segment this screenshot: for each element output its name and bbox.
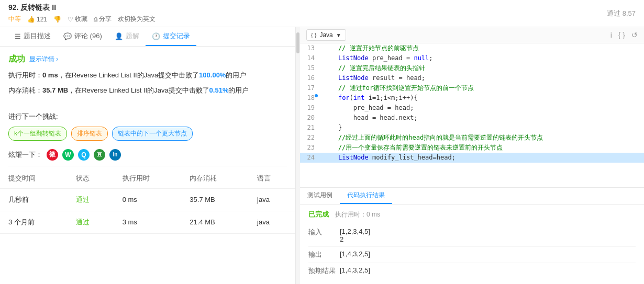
likes-count: 121 <box>37 16 47 23</box>
heart-icon: ♡ <box>68 16 73 23</box>
right-panel: { } Java ▼ i { } ↺ 13 // 逆置开始节点的前驱节点 <box>300 27 644 284</box>
output-value: [1,4,3,2,5] <box>340 250 370 258</box>
submission-table: 提交时间 状态 执行用时 内存消耗 语言 几秒前 通过 0 ms 35.7 MB… <box>0 168 295 234</box>
share-section: 炫耀一下： 微 W Q 豆 in <box>0 146 295 166</box>
bottom-panel: 测试用例 代码执行结果 已完成 执行用时：0 ms 输入 [1,2,3,4,5] <box>300 187 644 284</box>
input-values: [1,2,3,4,5] 2 <box>340 228 370 243</box>
share-item[interactable]: ⎙ 分享 <box>94 15 112 24</box>
challenge-btn-sort[interactable]: 排序链表 <box>71 127 108 141</box>
code-content[interactable]: 13 // 逆置开始节点的前驱节点 14 ListNode pre_head =… <box>300 43 644 187</box>
difficulty-tag: 中等 <box>8 15 21 24</box>
challenge-title: 进行下一个挑战: <box>8 112 287 121</box>
switch-lang-item[interactable]: 欢切换为英文 <box>118 15 156 24</box>
tab-exec-result[interactable]: 代码执行结果 <box>340 188 392 204</box>
code-line-19: 19 pre_head = head; <box>300 103 644 113</box>
row2-exec: 3 ms <box>114 211 182 233</box>
challenge-btn-next-greater[interactable]: 链表中的下一个更大节点 <box>112 127 193 141</box>
challenge-btns: k个一组翻转链表 排序链表 链表中的下一个更大节点 <box>8 127 287 141</box>
exec-time-text: 执行用时：0 ms <box>335 210 380 219</box>
result-section: 成功 显示详情 › 执行用时：0 ms，在Reverse Linked List… <box>0 47 295 108</box>
input-label: 输入 <box>308 228 340 237</box>
result-status: 已完成 执行用时：0 ms <box>308 210 636 219</box>
result-row-expected: 预期结果 [1,4,3,2,5] <box>308 263 636 279</box>
tab-testcase[interactable]: 测试用例 <box>300 188 340 204</box>
pass-rate: 通过 8,57 <box>607 9 636 18</box>
tab-comments[interactable]: 💬 评论 (96) <box>57 27 108 46</box>
solution-icon: 👤 <box>115 32 123 40</box>
qq-icon[interactable]: Q <box>78 149 90 161</box>
scroll-thumb[interactable] <box>296 32 299 53</box>
result-row-output: 输出 [1,4,3,2,5] <box>308 247 636 263</box>
comment-icon: 💬 <box>63 32 72 40</box>
col-mem: 内存消耗 <box>181 168 249 189</box>
challenge-btn-k-group[interactable]: k个一组翻转链表 <box>8 127 67 141</box>
row1-mem: 35.7 MB <box>181 188 249 211</box>
weibo-icon[interactable]: 微 <box>47 149 58 161</box>
language-select[interactable]: { } Java ▼ <box>306 29 346 41</box>
divider <box>8 166 287 166</box>
result-row-input: 输入 [1,2,3,4,5] 2 <box>308 224 636 247</box>
collect-label: 收藏 <box>75 15 87 24</box>
thumbup-icon: 👍 <box>27 16 35 23</box>
code-line-21: 21 } <box>300 123 644 133</box>
left-panel: ☰ 题目描述 💬 评论 (96) 👤 题解 🕐 提交记录 <box>0 27 296 284</box>
exec-result-content: 已完成 执行用时：0 ms 输入 [1,2,3,4,5] 2 输出 <box>300 205 644 284</box>
expected-label: 预期结果 <box>308 266 340 276</box>
linkedin-icon[interactable]: in <box>109 149 121 161</box>
table-row: 3 个月前 通过 3 ms 21.4 MB java <box>0 211 295 233</box>
editor-header: { } Java ▼ i { } ↺ <box>300 27 644 43</box>
chevron-down-icon: ▼ <box>336 32 341 38</box>
code-line-18: 18 for(int i=1;i<m;i++){ <box>300 93 644 103</box>
result-table: 输入 [1,2,3,4,5] 2 输出 [1,4,3,2,5] 预期结果 <box>308 224 636 279</box>
output-label: 输出 <box>308 250 340 259</box>
code-line-14: 14 ListNode pre_head = null; <box>300 53 644 63</box>
row1-lang: java <box>249 188 295 211</box>
table-row: 几秒前 通过 0 ms 35.7 MB java <box>0 188 295 211</box>
lang-label: Java <box>319 31 332 39</box>
share-section-label: 炫耀一下： <box>8 150 42 160</box>
expected-value: [1,4,3,2,5] <box>340 266 370 274</box>
wechat-icon[interactable]: W <box>62 149 74 161</box>
tabs-bar: ☰ 题目描述 💬 评论 (96) 👤 题解 🕐 提交记录 <box>0 27 295 47</box>
tab-submissions[interactable]: 🕐 提交记录 <box>146 27 196 46</box>
row2-mem: 21.4 MB <box>181 211 249 233</box>
description-icon: ☰ <box>15 32 21 40</box>
show-details-btn[interactable]: 显示详情 › <box>29 55 58 64</box>
row1-exec: 0 ms <box>114 188 182 211</box>
row2-time: 3 个月前 <box>0 211 68 233</box>
code-icon: { } <box>311 32 316 38</box>
input-val2: 2 <box>340 235 370 243</box>
clock-icon: 🕐 <box>152 32 160 40</box>
challenge-section: 进行下一个挑战: k个一组翻转链表 排序链表 链表中的下一个更大节点 <box>0 108 295 146</box>
main-layout: ☰ 题目描述 💬 评论 (96) 👤 题解 🕐 提交记录 <box>0 27 644 284</box>
code-line-23: 23 //用一个变量保存当前需要逆置的链表未逆置前的开头节点 <box>300 143 644 153</box>
top-header: 92. 反转链表 II 中等 👍 121 👎 ♡ 收藏 ⎙ 分享 <box>0 0 644 27</box>
share-label: 分享 <box>99 15 112 24</box>
douban-icon[interactable]: 豆 <box>94 149 105 161</box>
switch-lang-label: 欢切换为英文 <box>118 15 156 24</box>
tab-solution[interactable]: 👤 题解 <box>108 27 146 46</box>
col-exec: 执行用时 <box>114 168 182 189</box>
code-line-22: 22 //经过上面的循环此时的head指向的就是当前需要逆置的链表的开头节点 <box>300 133 644 143</box>
tab-description[interactable]: ☰ 题目描述 <box>8 27 57 46</box>
reset-icon[interactable]: ↺ <box>631 31 638 39</box>
likes-item[interactable]: 👍 121 <box>27 16 47 23</box>
bottom-tabs: 测试用例 代码执行结果 <box>300 188 644 205</box>
mem-stat: 内存消耗：35.7 MB，在Reverse Linked List II的Jav… <box>8 85 287 96</box>
thumbdown-icon: 👎 <box>53 16 61 23</box>
col-time: 提交时间 <box>0 168 68 189</box>
code-line-24: 24 ListNode modify_list_head=head; <box>300 153 644 163</box>
code-line-15: 15 // 逆置完后结果链表的头指针 <box>300 63 644 73</box>
format-icon[interactable]: { } <box>618 31 625 39</box>
collect-item[interactable]: ♡ 收藏 <box>68 15 87 24</box>
info-icon[interactable]: i <box>610 31 612 39</box>
col-status: 状态 <box>68 168 114 189</box>
status-done-text: 已完成 <box>308 210 329 219</box>
code-editor: 13 // 逆置开始节点的前驱节点 14 ListNode pre_head =… <box>300 43 644 187</box>
row2-lang: java <box>249 211 295 233</box>
dislike-item[interactable]: 👎 <box>53 16 61 23</box>
col-lang: 语言 <box>249 168 295 189</box>
success-header: 成功 显示详情 › <box>8 54 287 65</box>
editor-actions: i { } ↺ <box>610 31 638 39</box>
scroll-area <box>296 27 300 284</box>
